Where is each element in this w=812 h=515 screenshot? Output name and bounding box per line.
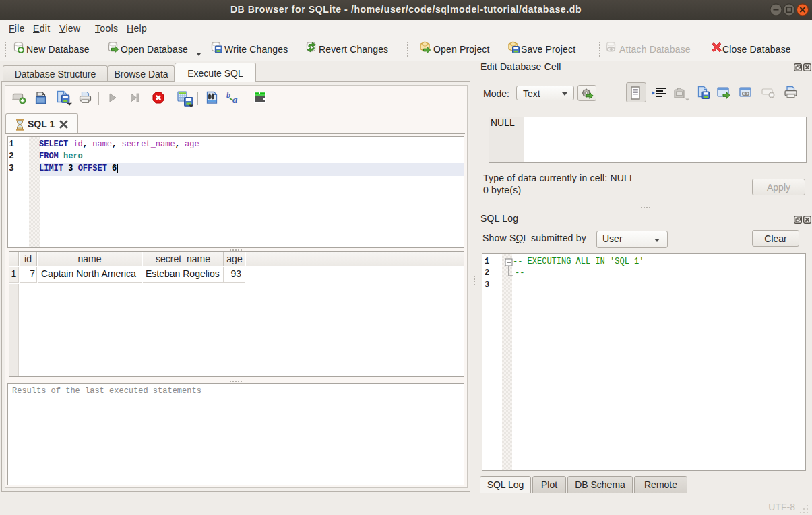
svg-text:a: a xyxy=(232,94,238,104)
